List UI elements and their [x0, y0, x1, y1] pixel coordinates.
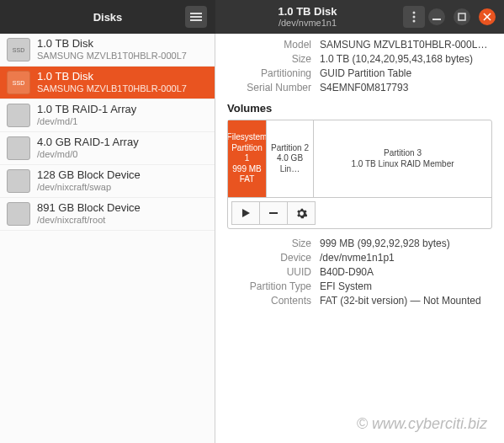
- partition[interactable]: FilesystemPartition 1999 MB FAT: [228, 120, 267, 197]
- volumes-header: Volumes: [227, 102, 492, 115]
- detail-pane: Model SAMSUNG MZVLB1T0HBLR-000L7 (4M2… S…: [215, 34, 504, 443]
- drive-icon: [7, 136, 30, 160]
- svg-point-3: [413, 12, 416, 14]
- model-value: SAMSUNG MZVLB1T0HBLR-000L7 (4M2…: [320, 39, 492, 51]
- minus-icon: [268, 208, 279, 218]
- part-device-label: Device: [227, 252, 311, 264]
- partition-label-line: 999 MB FAT: [230, 164, 264, 185]
- play-icon: [241, 208, 251, 218]
- sidebar-menu-button[interactable]: [185, 6, 207, 28]
- gear-icon: [296, 208, 307, 219]
- partition-label-line: Partition 1: [230, 143, 264, 164]
- close-icon: [483, 13, 491, 21]
- close-button[interactable]: [479, 8, 496, 25]
- disk-item[interactable]: 891 GB Block Device/dev/nixcraft/root: [0, 198, 215, 231]
- volume-toolbar: [228, 198, 491, 228]
- drive-menu-button[interactable]: [403, 6, 425, 28]
- svg-rect-2: [190, 19, 202, 21]
- mount-button[interactable]: [231, 201, 260, 225]
- maximize-button[interactable]: [454, 8, 470, 25]
- serial-value: S4EMNF0M817793: [320, 82, 492, 93]
- kebab-icon: [409, 11, 419, 23]
- part-size-value: 999 MB (99,92,92,928 bytes): [320, 238, 492, 249]
- disk-item[interactable]: 1.0 TB RAID-1 Array/dev/md/1: [0, 99, 215, 132]
- titlebar: Disks 1.0 TB Disk /dev/nvme1n1: [0, 0, 504, 34]
- part-uuid-label: UUID: [227, 266, 311, 278]
- drive-icon: [7, 104, 30, 127]
- disk-desc: /dev/nixcraft/root: [37, 215, 141, 227]
- disk-desc: /dev/md/1: [37, 116, 136, 128]
- sidebar-title: Disks: [93, 11, 123, 24]
- svg-rect-0: [190, 13, 202, 14]
- disk-name: 1.0 TB Disk: [37, 70, 187, 83]
- disk-item[interactable]: 4.0 GB RAID-1 Array/dev/md/0: [0, 132, 215, 165]
- partition-label-line: Partition 3: [384, 148, 422, 159]
- maximize-icon: [458, 13, 466, 21]
- window-subtitle: /dev/nvme1n1: [215, 18, 400, 29]
- partition-settings-button[interactable]: [287, 201, 316, 225]
- disk-desc: SAMSUNG MZVLB1T0HBLR-000L7: [37, 51, 187, 62]
- partitioning-label: Partitioning: [227, 67, 311, 79]
- part-device-value: /dev/nvme1n1p1: [320, 252, 492, 264]
- serial-label: Serial Number: [227, 82, 311, 93]
- disk-name: 4.0 GB RAID-1 Array: [37, 136, 139, 149]
- partition[interactable]: Partition 31.0 TB Linux RAID Member: [314, 120, 491, 197]
- svg-point-4: [413, 16, 416, 19]
- svg-rect-1: [190, 16, 202, 18]
- partition-label-line: 1.0 TB Linux RAID Member: [351, 159, 454, 170]
- svg-rect-7: [459, 13, 465, 20]
- svg-point-5: [413, 20, 416, 23]
- disk-desc: /dev/nixcraft/swap: [37, 182, 141, 194]
- window-title: 1.0 TB Disk: [215, 5, 400, 19]
- svg-rect-6: [432, 19, 441, 20]
- disk-name: 891 GB Block Device: [37, 201, 141, 215]
- delete-partition-button[interactable]: [259, 201, 288, 225]
- disk-name: 128 GB Block Device: [37, 168, 141, 182]
- minimize-button[interactable]: [428, 8, 445, 25]
- partition-map: FilesystemPartition 1999 MB FATPartition…: [228, 120, 491, 198]
- disk-desc: /dev/md/0: [37, 149, 139, 161]
- disk-item[interactable]: 128 GB Block Device/dev/nixcraft/swap: [0, 165, 215, 198]
- part-uuid-value: B40D-D90A: [320, 266, 492, 278]
- part-type-value: EFI System: [320, 280, 492, 292]
- partition-label-line: Partition 2: [271, 143, 309, 154]
- disk-name: 1.0 TB Disk: [37, 37, 187, 51]
- disk-desc: SAMSUNG MZVLB1T0HBLR-000L7: [37, 83, 187, 95]
- drive-icon: [7, 202, 30, 226]
- hamburger-icon: [190, 11, 202, 23]
- size-value: 1.0 TB (10,24,20,95,43,168 bytes): [320, 53, 492, 65]
- partition-label-line: 4.0 GB Lin…: [268, 153, 311, 174]
- model-label: Model: [227, 39, 311, 51]
- disk-list: SSD1.0 TB DiskSAMSUNG MZVLB1T0HBLR-000L7…: [0, 34, 215, 443]
- minimize-icon: [432, 13, 441, 21]
- part-contents-label: Contents: [227, 295, 311, 307]
- drive-icon: SSD: [7, 71, 30, 94]
- disk-item[interactable]: SSD1.0 TB DiskSAMSUNG MZVLB1T0HBLR-000L7: [0, 34, 215, 67]
- part-contents-value: FAT (32-bit version) — Not Mounted: [320, 295, 492, 307]
- part-size-label: Size: [227, 238, 311, 249]
- partition[interactable]: Partition 24.0 GB Lin…: [267, 120, 314, 197]
- partitioning-value: GUID Partition Table: [320, 67, 492, 79]
- part-type-label: Partition Type: [227, 280, 311, 292]
- volume-box: FilesystemPartition 1999 MB FATPartition…: [227, 120, 492, 229]
- size-label: Size: [227, 53, 311, 65]
- svg-rect-11: [269, 212, 278, 214]
- drive-icon: [7, 169, 30, 193]
- disk-item[interactable]: SSD1.0 TB DiskSAMSUNG MZVLB1T0HBLR-000L7: [0, 67, 215, 99]
- partition-label-line: Filesystem: [228, 132, 267, 143]
- svg-marker-10: [242, 209, 250, 217]
- disk-name: 1.0 TB RAID-1 Array: [37, 103, 136, 116]
- drive-icon: SSD: [7, 38, 30, 61]
